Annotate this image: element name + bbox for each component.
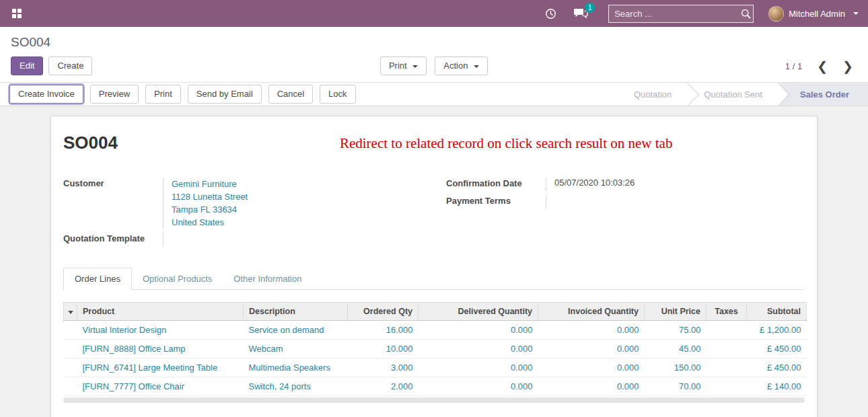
create-invoice-button[interactable]: Create Invoice (9, 85, 83, 104)
cell-subtotal[interactable]: £ 450.00 (747, 340, 807, 358)
search-input[interactable] (609, 9, 738, 19)
cell-description[interactable]: Webcam (244, 340, 348, 358)
customer-city[interactable]: Tampa FL 33634 (172, 203, 422, 216)
cell-subtotal[interactable]: £ 140.00 (747, 377, 807, 396)
lock-button[interactable]: Lock (320, 85, 355, 104)
status-step-quotation-sent[interactable]: Quotation Sent (688, 83, 779, 106)
pager-counter: 1 / 1 (785, 61, 802, 71)
user-name: Mitchell Admin (789, 9, 845, 19)
cell-taxes[interactable] (707, 358, 747, 377)
create-button[interactable]: Create (48, 56, 92, 75)
caret-down-icon (474, 65, 479, 68)
cell-description[interactable]: Service on demand (244, 321, 348, 340)
cell-description[interactable]: Switch, 24 ports (244, 377, 348, 396)
search-icon (741, 9, 751, 19)
status-step-quotation[interactable]: Quotation (618, 83, 688, 106)
statusbar-buttons: Create Invoice Preview Print Send by Ema… (0, 85, 356, 104)
message-count-badge: 1 (585, 3, 595, 13)
cell-ordered-qty[interactable]: 3.000 (348, 358, 419, 377)
col-header-unit-price[interactable]: Unit Price (645, 303, 707, 321)
caret-down-icon (412, 65, 418, 68)
action-menu-button[interactable]: Action (435, 56, 488, 75)
customer-country[interactable]: United States (172, 216, 422, 229)
pager: 1 / 1 ❮ ❯ (488, 60, 857, 72)
cell-unit-price[interactable]: 150.00 (645, 358, 707, 377)
messages-button[interactable]: 1 (573, 7, 589, 21)
cell-taxes[interactable] (707, 340, 747, 358)
customer-name-link[interactable]: Gemini Furniture (172, 178, 422, 190)
cell-delivered-quantity[interactable]: 0.000 (419, 358, 538, 377)
edit-button[interactable]: Edit (11, 56, 43, 75)
user-menu-button[interactable]: Mitchell Admin (768, 6, 859, 22)
quotation-template-value (163, 233, 422, 246)
cp-left: Edit Create (11, 56, 380, 75)
table-horizontal-scrollbar[interactable] (63, 397, 805, 403)
cell-subtotal[interactable]: £ 1,200.00 (747, 321, 807, 340)
cancel-button[interactable]: Cancel (268, 85, 313, 104)
cell-ordered-qty[interactable]: 10.000 (348, 340, 419, 358)
status-step-sales-order[interactable]: Sales Order (779, 83, 868, 106)
cell-taxes[interactable] (707, 377, 747, 396)
apps-menu-button[interactable] (9, 6, 24, 21)
tab-optional-products[interactable]: Optional Products (132, 268, 223, 289)
col-header-description[interactable]: Description (244, 303, 348, 321)
preview-button[interactable]: Preview (90, 85, 139, 104)
print-button[interactable]: Print (145, 85, 181, 104)
breadcrumb: SO004 (11, 35, 857, 50)
cell-invoiced-quantity[interactable]: 0.000 (538, 321, 645, 340)
cell-ordered-qty[interactable]: 16.000 (348, 321, 419, 340)
tab-other-information[interactable]: Other Information (223, 268, 312, 289)
sheet-title-row: SO004 Redirect to related record on clic… (63, 132, 805, 153)
pager-next-button[interactable]: ❯ (838, 60, 857, 72)
cp-center: Print Action (380, 56, 488, 75)
customer-street[interactable]: 1128 Lunetta Street (172, 190, 422, 203)
col-header-ordered-qty[interactable]: Ordered Qty (348, 303, 419, 321)
col-header-product[interactable]: Product (77, 303, 244, 321)
table-row[interactable]: [FURN_8888] Office Lamp Webcam 10.000 0.… (64, 340, 807, 358)
row-handle (64, 358, 77, 377)
table-row[interactable]: [FURN_7777] Office Chair Switch, 24 port… (64, 377, 807, 396)
tab-order-lines[interactable]: Order Lines (63, 268, 132, 290)
activities-button[interactable] (544, 7, 558, 21)
systray: 1 Mitchell Admin (544, 5, 859, 23)
avatar (768, 6, 784, 22)
cell-subtotal[interactable]: £ 450.00 (747, 358, 807, 377)
row-handle (64, 340, 77, 358)
search-submit-button[interactable] (738, 9, 756, 19)
field-group-left: Customer Gemini Furniture 1128 Lunetta S… (63, 178, 422, 246)
pager-previous-button[interactable]: ❮ (813, 60, 832, 72)
cell-unit-price[interactable]: 45.00 (645, 340, 707, 358)
annotation-text: Redirect to related record on click sear… (340, 135, 672, 152)
cell-invoiced-quantity[interactable]: 0.000 (538, 340, 645, 358)
col-header-subtotal[interactable]: Subtotal (747, 303, 807, 321)
cell-unit-price[interactable]: 70.00 (645, 377, 707, 396)
col-header-delivered-quantity[interactable]: Delivered Quantity (419, 303, 538, 321)
confirmation-date-label: Confirmation Date (446, 178, 546, 191)
cell-taxes[interactable] (707, 321, 747, 340)
table-row[interactable]: Virtual Interior Design Service on deman… (64, 321, 807, 340)
cell-product[interactable]: Virtual Interior Design (77, 321, 244, 340)
cell-product[interactable]: [FURN_7777] Office Chair (77, 377, 244, 396)
print-menu-button[interactable]: Print (380, 56, 427, 75)
cell-product[interactable]: [FURN_6741] Large Meeting Table (77, 358, 244, 377)
cell-invoiced-quantity[interactable]: 0.000 (538, 358, 645, 377)
cell-invoiced-quantity[interactable]: 0.000 (538, 377, 645, 396)
cell-ordered-qty[interactable]: 2.000 (348, 377, 419, 396)
cell-product[interactable]: [FURN_8888] Office Lamp (77, 340, 244, 358)
cell-description[interactable]: Multimedia Speakers (244, 358, 348, 377)
send-by-email-button[interactable]: Send by Email (188, 85, 262, 104)
cell-delivered-quantity[interactable]: 0.000 (419, 321, 538, 340)
cell-delivered-quantity[interactable]: 0.000 (419, 340, 538, 358)
optional-columns-toggle[interactable] (64, 303, 77, 321)
cell-delivered-quantity[interactable]: 0.000 (419, 377, 538, 396)
cell-unit-price[interactable]: 75.00 (645, 321, 707, 340)
print-menu-label: Print (389, 61, 407, 71)
col-header-taxes[interactable]: Taxes (707, 303, 747, 321)
col-header-invoiced-quantity[interactable]: Invoiced Quantity (538, 303, 645, 321)
payment-terms-label: Payment Terms (446, 195, 546, 208)
table-row[interactable]: [FURN_6741] Large Meeting Table Multimed… (64, 358, 807, 377)
control-panel: SO004 Edit Create Print Action 1 / 1 ❮ ❯ (0, 27, 868, 82)
customer-label: Customer (63, 178, 163, 229)
row-handle (64, 321, 77, 340)
statusbar: Create Invoice Preview Print Send by Ema… (0, 82, 868, 106)
